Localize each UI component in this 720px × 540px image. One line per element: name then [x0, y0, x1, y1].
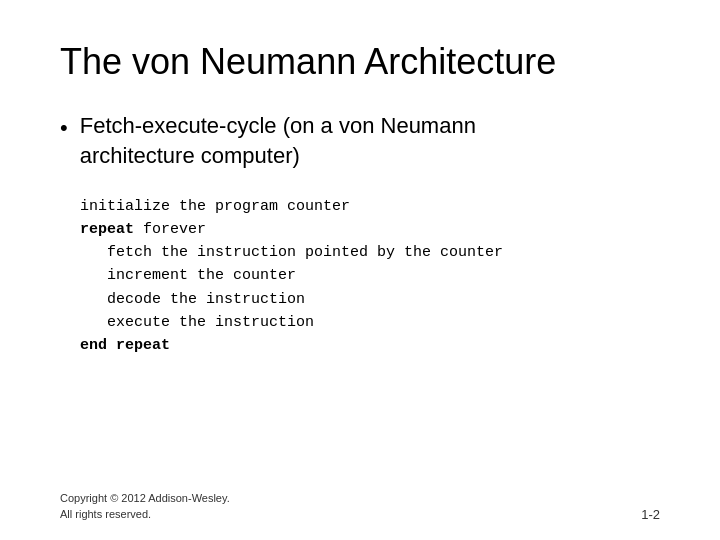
code-line-5: decode the instruction — [80, 288, 660, 311]
code-block: initialize the program counter repeat fo… — [80, 195, 660, 358]
code-line-7: end repeat — [80, 334, 660, 357]
footer: Copyright © 2012 Addison-Wesley. All rig… — [60, 491, 660, 522]
copyright-line1: Copyright © 2012 Addison-Wesley. — [60, 492, 230, 504]
slide-title: The von Neumann Architecture — [60, 40, 660, 83]
bullet-line2: architecture computer) — [80, 143, 300, 168]
code-line-3: fetch the instruction pointed by the cou… — [80, 241, 660, 264]
bullet-line1: Fetch-execute-cycle (on a von Neumann — [80, 113, 476, 138]
bullet-text: Fetch-execute-cycle (on a von Neumann ar… — [80, 111, 476, 170]
footer-page: 1-2 — [641, 507, 660, 522]
bullet-dot: • — [60, 113, 68, 143]
bullet-section: • Fetch-execute-cycle (on a von Neumann … — [60, 111, 660, 170]
forever-text: forever — [134, 221, 206, 238]
code-line-1: initialize the program counter — [80, 195, 660, 218]
bullet-item: • Fetch-execute-cycle (on a von Neumann … — [60, 111, 660, 170]
footer-copyright: Copyright © 2012 Addison-Wesley. All rig… — [60, 491, 230, 522]
code-line-2: repeat forever — [80, 218, 660, 241]
copyright-line2: All rights reserved. — [60, 508, 151, 520]
slide: The von Neumann Architecture • Fetch-exe… — [0, 0, 720, 540]
repeat-keyword: repeat — [80, 221, 134, 238]
code-line-4: increment the counter — [80, 264, 660, 287]
code-line-6: execute the instruction — [80, 311, 660, 334]
